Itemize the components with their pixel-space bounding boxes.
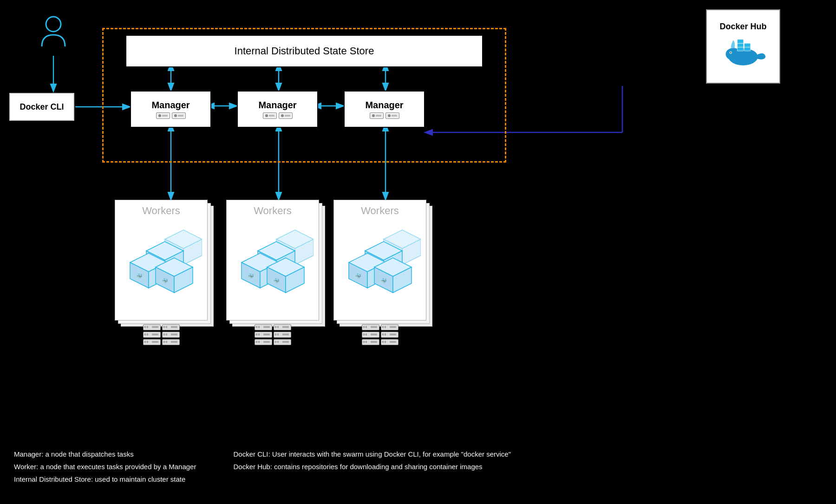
legend: Manager: a node that dispatches tasks Wo… (14, 448, 822, 485)
server-icon (156, 112, 170, 119)
manager-box-3: Manager (344, 91, 425, 128)
worker-group-2: Workers 🐳 🐳 (226, 200, 319, 345)
svg-rect-64 (738, 43, 744, 47)
svg-point-12 (46, 17, 61, 32)
rack-unit (274, 332, 291, 338)
rack-unit (143, 332, 161, 338)
docker-hub-label: Docker Hub (719, 22, 766, 32)
docker-cli-box: Docker CLI (9, 93, 74, 121)
manager-server-icons-3 (370, 112, 399, 119)
rack-unit (162, 339, 180, 345)
workers-cubes-svg-1: 🐳 🐳 🐳 (121, 221, 202, 307)
manager-box-1: Manager (130, 91, 211, 128)
server-icon (370, 112, 384, 119)
server-icon (279, 112, 293, 119)
rack-unit (143, 324, 161, 330)
workers-cubes-svg-2: 🐳 🐳 🐳 (232, 221, 314, 307)
svg-rect-66 (738, 39, 744, 43)
legend-docker-hub: Docker Hub: contains repositories for do… (233, 460, 511, 473)
svg-text:🐳: 🐳 (273, 277, 280, 284)
server-icon (172, 112, 186, 119)
rack-unit (274, 324, 291, 330)
rack-unit (143, 339, 161, 345)
worker-rack-group-2 (255, 324, 291, 345)
rack-unit (274, 339, 291, 345)
workers-label-3: Workers (361, 205, 399, 217)
legend-store: Internal Distributed Store: used to main… (14, 473, 196, 485)
rack-unit (162, 332, 180, 338)
worker-rack-group-1 (143, 324, 180, 345)
state-store-box: Internal Distributed State Store (125, 35, 483, 67)
server-icon (263, 112, 277, 119)
worker-rack-group-3 (362, 324, 398, 345)
legend-worker: Worker: a node that executes tasks provi… (14, 460, 196, 473)
user-icon (37, 14, 70, 51)
svg-point-61 (730, 52, 732, 53)
worker-group-1: Workers 🐳 (115, 200, 208, 345)
docker-cli-label: Docker CLI (20, 102, 64, 112)
workers-paper-1: Workers 🐳 (115, 200, 208, 321)
server-icon (385, 112, 399, 119)
svg-rect-63 (745, 47, 751, 51)
svg-text:🐳: 🐳 (355, 273, 361, 279)
svg-rect-65 (745, 43, 751, 47)
workers-cubes-svg-3: 🐳 🐳 🐳 (340, 221, 421, 307)
svg-rect-62 (738, 47, 744, 51)
docker-hub-box: Docker Hub (706, 9, 780, 84)
rack-unit (255, 324, 272, 330)
rack-unit (381, 324, 398, 330)
rack-unit (362, 339, 379, 345)
legend-docker-cli: Docker CLI: User interacts with the swar… (233, 448, 511, 460)
diagram-container: Docker CLI Internal Distributed State St… (0, 0, 836, 504)
rack-unit (362, 332, 379, 338)
rack-unit (381, 332, 398, 338)
rack-unit (362, 324, 379, 330)
workers-label-2: Workers (254, 205, 292, 217)
manager-label-3: Manager (365, 100, 403, 111)
legend-right: Docker CLI: User interacts with the swar… (233, 448, 511, 485)
rack-unit (255, 332, 272, 338)
rack-unit (381, 339, 398, 345)
svg-text:🐳: 🐳 (248, 273, 254, 279)
svg-text:🐳: 🐳 (136, 273, 143, 279)
svg-text:🐳: 🐳 (380, 277, 387, 284)
manager-box-2: Manager (237, 91, 318, 128)
workers-label-1: Workers (142, 205, 180, 217)
rack-unit (162, 324, 180, 330)
svg-text:🐳: 🐳 (162, 277, 168, 284)
state-store-label: Internal Distributed State Store (235, 45, 374, 57)
worker-group-3: Workers 🐳 🐳 (333, 200, 426, 345)
manager-server-icons-1 (156, 112, 186, 119)
rack-unit (255, 339, 272, 345)
manager-label-1: Manager (151, 100, 189, 111)
legend-left: Manager: a node that dispatches tasks Wo… (14, 448, 196, 485)
workers-paper-2: Workers 🐳 🐳 (226, 200, 319, 321)
docker-whale-icon (720, 34, 766, 72)
manager-label-2: Manager (258, 100, 296, 111)
workers-paper-3: Workers 🐳 🐳 (333, 200, 426, 321)
legend-manager: Manager: a node that dispatches tasks (14, 448, 196, 460)
manager-server-icons-2 (263, 112, 293, 119)
